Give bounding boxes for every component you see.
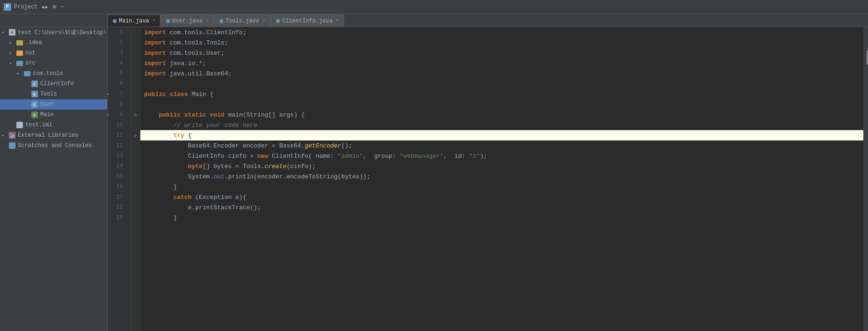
sidebar-icon-ClientInfo: C [31, 80, 38, 88]
run-arrow-7: ▶ [108, 91, 109, 97]
tab-main[interactable]: Main.java× [108, 15, 160, 27]
keyword-token: public [144, 111, 181, 118]
line-num-text-3: 3 [120, 50, 123, 56]
sidebar-item-User[interactable]: CUser [0, 99, 107, 110]
sidebar-icon-User: C [31, 101, 38, 108]
code-line-14: byte[] bytes = Tools.create(cinfo); [140, 161, 863, 171]
sidebar-item-idea[interactable]: ▸.idea [0, 37, 107, 48]
line-number-8: 8 [108, 99, 127, 110]
sidebar-icon-com-tools [23, 70, 31, 77]
sidebar-label-ClientInfo: ClientInfo [40, 81, 74, 87]
sidebar-item-test[interactable]: ▾Ptest C:\Users\轩成\Desktop\te... [0, 27, 107, 37]
sidebar-item-src[interactable]: ▾src [0, 58, 107, 68]
gutter-item-12 [131, 140, 140, 151]
gutter-item-10 [131, 120, 140, 130]
code-lines[interactable]: import com.tools.ClientInfo;import com.t… [140, 27, 863, 331]
sidebar-label-com-tools: com.tools [33, 70, 63, 77]
sidebar-arrow-external-libraries[interactable]: ▸ [2, 133, 8, 138]
tab-tools[interactable]: Tools.java× [214, 15, 270, 27]
string-token: "admin" [337, 153, 363, 160]
sidebar-item-com-tools[interactable]: ▾com.tools [0, 68, 107, 79]
line-num-text-2: 2 [120, 39, 123, 46]
method-token: getEncoder [305, 142, 341, 149]
sidebar-arrow-idea[interactable]: ▸ [9, 40, 16, 45]
sidebar-arrow-test[interactable]: ▾ [2, 30, 8, 35]
keyword-token: new [257, 153, 268, 160]
line-num-text-12: 12 [117, 142, 123, 149]
gutter-item-14 [131, 161, 140, 171]
project-icon: P [4, 3, 11, 11]
tab-close-main[interactable]: × [153, 18, 155, 23]
sidebar-item-external-libraries[interactable]: ▸📚External Libraries [0, 130, 107, 140]
sidebar-arrow-out[interactable]: ▸ [9, 51, 16, 56]
gutter: ◇◇ [131, 27, 140, 331]
main-area: ▾Ptest C:\Users\轩成\Desktop\te...▸.idea▸o… [0, 27, 868, 331]
line-number-16: 16 [108, 182, 127, 192]
sidebar-item-out[interactable]: ▸out [0, 48, 107, 58]
tab-user[interactable]: User.java× [161, 15, 214, 27]
gutter-item-19 [131, 213, 140, 223]
right-scrollbar[interactable] [863, 27, 868, 331]
settings-icon[interactable]: ⚙ [52, 3, 56, 10]
line-number-4: 4 [108, 58, 127, 68]
tab-close-user[interactable]: × [206, 18, 209, 23]
code-line-15: System.out.println(encoder.encodeToStrin… [140, 171, 863, 182]
sidebar-item-Tools[interactable]: CTools [0, 89, 107, 99]
line-num-text-11: 11 [117, 132, 123, 139]
string-token: "webmanager" [400, 153, 444, 160]
plain-token: com.tools.User; [166, 50, 225, 57]
sidebar-item-ClientInfo[interactable]: CClientInfo [0, 79, 107, 89]
line-num-text-8: 8 [120, 101, 123, 108]
line-num-text-19: 19 [117, 214, 123, 221]
sidebar-item-scratches[interactable]: Scratches and Consoles [0, 140, 107, 151]
gutter-item-6 [131, 79, 140, 89]
line-number-6: 6 [108, 79, 127, 89]
tab-label-main: Main.java [119, 18, 149, 24]
code-line-5: import java.util.Base64; [140, 68, 863, 79]
line-num-text-16: 16 [117, 184, 123, 190]
plain-token: } [144, 214, 177, 221]
title-bar: P Project ◀ ▶ ⚙ — [0, 0, 868, 14]
tab-dot-main [113, 19, 117, 23]
code-line-7: public class Main { [140, 89, 863, 99]
minimize-icon[interactable]: — [61, 4, 64, 10]
plain-token: ClientInfo( name: [268, 153, 337, 160]
keyword-token: byte [144, 163, 203, 170]
sidebar-arrow-src[interactable]: ▾ [9, 61, 16, 66]
sidebar-item-test-iml[interactable]: test.iml [0, 120, 107, 130]
title-label: Project [14, 4, 37, 10]
code-line-11: try { [140, 130, 863, 140]
line-num-text-15: 15 [117, 173, 123, 180]
plain-token: System. [144, 173, 213, 180]
keyword-token: try [144, 132, 184, 139]
keyword-token: import [144, 60, 166, 67]
line-number-14: 14 [108, 161, 127, 171]
plain-token: ); [480, 153, 488, 160]
line-number-10: 10 [108, 120, 127, 130]
tab-label-tools: Tools.java [226, 18, 259, 24]
tab-close-clientinfo[interactable]: × [336, 18, 339, 23]
keyword-token: catch [144, 194, 191, 201]
line-num-text-9: 9 [120, 111, 123, 118]
plain-token [166, 91, 170, 98]
code-line-3: import com.tools.User; [140, 48, 863, 58]
sidebar-item-Main[interactable]: CMain [0, 110, 107, 120]
plain-token: Main { [188, 91, 214, 98]
sidebar-arrow-com-tools[interactable]: ▾ [17, 71, 23, 76]
line-number-15: 15 [108, 171, 127, 182]
gutter-item-16 [131, 182, 140, 192]
sidebar-icon-Main: C [31, 111, 38, 118]
sidebar-icon-scratches [8, 142, 16, 149]
tab-clientinfo[interactable]: ClientInfo.java× [271, 15, 344, 27]
code-line-17: catch (Exception e){ [140, 192, 863, 202]
tab-close-tools[interactable]: × [263, 18, 265, 23]
editor[interactable]: 123456▶78▶910111213141516171819 ◇◇ impor… [108, 27, 863, 331]
line-num-text-5: 5 [120, 70, 123, 77]
line-number-7: ▶7 [108, 89, 127, 99]
line-number-1: 1 [108, 27, 127, 37]
code-line-12: Base64.Encoder encoder = Base64.getEncod… [140, 140, 863, 151]
arrow-right-icon[interactable]: ▶ [45, 4, 48, 10]
plain-token: java.util.Base64; [166, 70, 232, 77]
line-num-text-13: 13 [117, 153, 123, 159]
arrow-left-icon[interactable]: ◀ [41, 4, 44, 10]
